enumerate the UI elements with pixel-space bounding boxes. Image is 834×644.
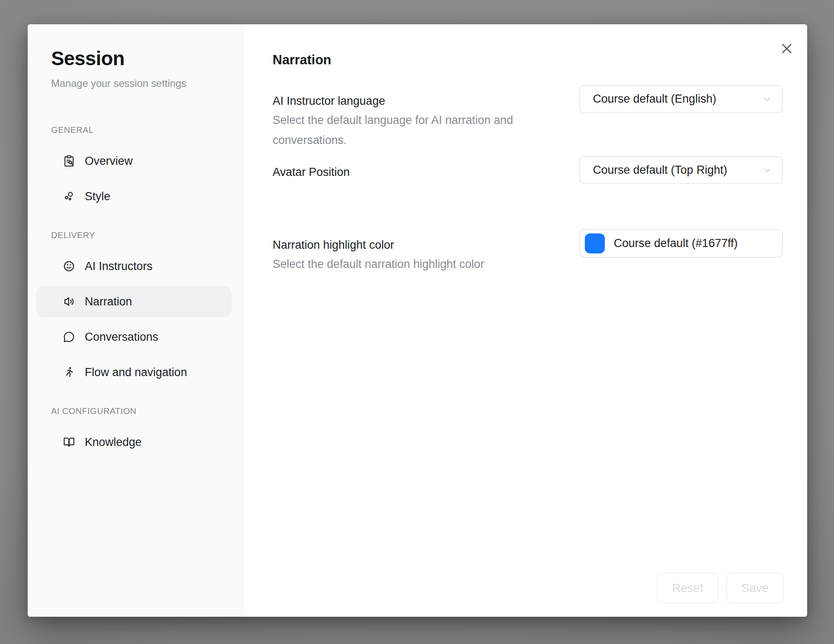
open-book-icon	[63, 436, 75, 448]
clipboard-search-icon	[63, 155, 75, 167]
save-button[interactable]: Save	[726, 572, 784, 604]
sidebar-item-label: Narration	[85, 295, 132, 308]
field-description: Select the default narration highlight c…	[273, 254, 562, 274]
field-text: Narration highlight color Select the def…	[273, 229, 562, 274]
sidebar-item-narration[interactable]: Narration	[36, 286, 232, 317]
narration-settings-panel: Narration AI Instructor language Select …	[244, 24, 807, 617]
sidebar-item-style[interactable]: Style	[36, 181, 232, 212]
sidebar-item-conversations[interactable]: Conversations	[36, 321, 232, 353]
field-narration-highlight-color: Narration highlight color Select the def…	[273, 229, 783, 274]
chat-bubble-icon	[63, 331, 75, 343]
smiley-icon	[63, 260, 75, 273]
chevron-down-icon	[762, 165, 773, 176]
session-settings-dialog: Session Manage your session settings GEN…	[28, 24, 807, 617]
field-label: Avatar Position	[273, 166, 562, 179]
field-ai-instructor-language: AI Instructor language Select the defaul…	[273, 85, 783, 150]
dialog-footer: Reset Save	[657, 572, 784, 604]
avatar-position-select[interactable]: Course default (Top Right)	[579, 156, 783, 184]
field-text: Avatar Position	[273, 156, 562, 179]
dialog-subtitle: Manage your session settings	[51, 78, 234, 89]
color-value: Course default (#1677ff)	[614, 237, 738, 250]
close-icon	[779, 41, 794, 56]
close-button[interactable]	[779, 41, 794, 56]
sidebar-item-label: Conversations	[85, 331, 158, 344]
field-description: Select the default language for AI narra…	[273, 110, 562, 150]
section-label-ai-configuration: AI CONFIGURATION	[51, 406, 234, 416]
sidebar-item-ai-instructors[interactable]: AI Instructors	[36, 250, 232, 282]
sidebar-item-label: AI Instructors	[85, 260, 152, 273]
sidebar-item-overview[interactable]: Overview	[36, 145, 232, 177]
running-person-icon	[63, 366, 75, 379]
bubbles-icon	[63, 190, 75, 203]
field-text: AI Instructor language Select the defaul…	[273, 85, 562, 150]
select-value: Course default (English)	[593, 92, 762, 106]
language-select[interactable]: Course default (English)	[579, 85, 783, 113]
field-control: Course default (English)	[579, 85, 783, 113]
select-value: Course default (Top Right)	[593, 164, 762, 177]
color-swatch	[585, 233, 605, 253]
reset-button[interactable]: Reset	[657, 572, 719, 604]
sidebar-item-flow-and-navigation[interactable]: Flow and navigation	[36, 356, 232, 388]
sidebar: Session Manage your session settings GEN…	[28, 24, 244, 617]
field-control: Course default (#1677ff)	[579, 229, 783, 258]
field-control: Course default (Top Right)	[579, 156, 783, 184]
sidebar-item-label: Overview	[85, 155, 133, 168]
dialog-title: Session	[51, 48, 234, 69]
sidebar-item-knowledge[interactable]: Knowledge	[36, 426, 232, 458]
chevron-down-icon	[762, 94, 773, 105]
field-avatar-position: Avatar Position Course default (Top Righ…	[273, 156, 783, 184]
sidebar-item-label: Knowledge	[85, 436, 142, 449]
section-label-delivery: DELIVERY	[51, 230, 234, 240]
section-label-general: GENERAL	[51, 125, 234, 135]
field-label: AI Instructor language	[273, 95, 562, 108]
sidebar-item-label: Style	[85, 190, 110, 203]
highlight-color-picker[interactable]: Course default (#1677ff)	[579, 229, 783, 258]
field-label: Narration highlight color	[273, 239, 562, 252]
speaker-icon	[63, 295, 75, 308]
sidebar-item-label: Flow and navigation	[85, 366, 187, 379]
panel-title: Narration	[273, 52, 783, 68]
